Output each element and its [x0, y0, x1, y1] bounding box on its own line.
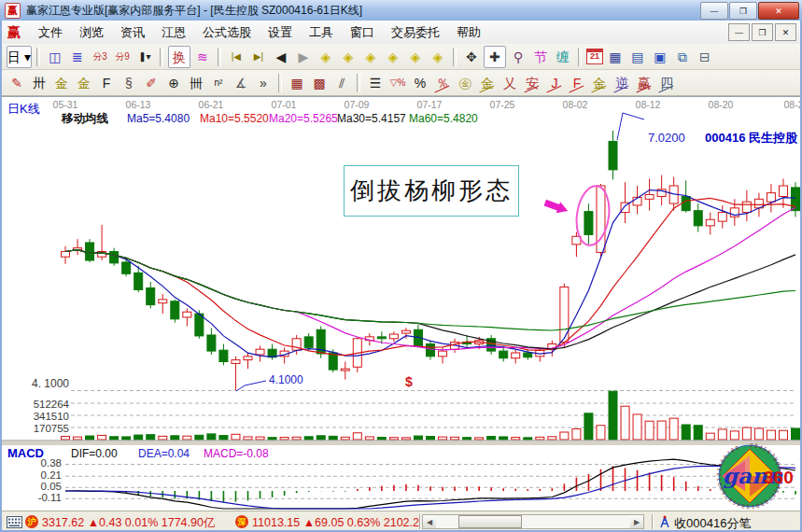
menu-item-3[interactable]: 资讯 [112, 22, 153, 42]
macd-dif-legend: DIF=0.00 [71, 447, 118, 460]
gann-brush2-icon[interactable]: 乂 [499, 73, 520, 93]
market-map-icon[interactable]: ◫ [45, 47, 65, 67]
menu-item-4[interactable]: 江恩 [153, 22, 194, 42]
gann-diamond-6-icon[interactable]: ◈ [428, 47, 448, 67]
period-day-selector[interactable]: 日 ▾ [7, 46, 32, 68]
package-icon[interactable]: ⧉ [672, 47, 693, 67]
gold-grid1-icon[interactable]: 金 [51, 73, 72, 93]
maximize-button[interactable]: ❐ [729, 2, 757, 20]
save-icon[interactable]: ▣ [650, 47, 670, 67]
percent-zone-icon[interactable]: ▽% [387, 73, 408, 93]
gann-ruler-icon[interactable]: 卅 [29, 73, 49, 93]
menu-item-1[interactable]: 文件 [30, 22, 71, 42]
kline-chart-canvas[interactable]: 05-3106-1306-2107-0107-0907-1707-2508-02… [2, 96, 800, 511]
more-tools-chevron[interactable]: » [253, 73, 274, 93]
printer-icon[interactable]: ⊟ [695, 47, 715, 67]
pan-hand-icon[interactable]: ✥ [461, 47, 482, 67]
menu-item-9[interactable]: 交易委托 [383, 22, 448, 42]
gann-diamond-1-icon[interactable]: ◈ [316, 47, 336, 67]
toolbar-separator [218, 48, 221, 66]
magnify-icon[interactable]: ⚲ [508, 47, 528, 67]
price-scale-icon[interactable]: ☰ [365, 73, 386, 93]
shanghai-index-icon: 沪 [25, 515, 38, 528]
scrollbar-right-arrow[interactable]: ▶ [630, 515, 643, 528]
grid-lines-icon[interactable]: 卌 [186, 73, 206, 93]
last-page-icon[interactable]: ▶| [248, 47, 269, 67]
f-angle-icon[interactable]: F [567, 73, 587, 93]
jin-angle-icon[interactable]: 金 [589, 73, 610, 93]
app-icon: 赢 [5, 3, 21, 19]
menu-item-2[interactable]: 浏览 [71, 22, 112, 42]
svg-text:360: 360 [764, 468, 794, 487]
scrollbar-thumb[interactable] [458, 515, 522, 528]
brush-grid-icon[interactable]: ✐ [141, 73, 162, 93]
scrollbar-left-arrow[interactable]: ◀ [423, 515, 436, 528]
gann-diamond-3-icon[interactable]: ◈ [360, 47, 381, 67]
chart-9-icon[interactable]: 分9 [112, 47, 133, 67]
mark-icon[interactable]: 节 [530, 47, 551, 67]
close-button[interactable]: ✕ [758, 2, 799, 20]
quote-list-icon[interactable]: ≣ [67, 47, 88, 67]
ma60-legend: Ma60=5.4820 [409, 112, 478, 125]
calculator-icon[interactable]: ▦ [605, 47, 626, 67]
macd-axis-label: 0.38 [24, 457, 62, 469]
drawing-toolbar: ✎卅金金F§✐⊕卌n²∡»▦▩⫽☰▽%%％㊎金乂安JF金逆赢四 [0, 70, 802, 96]
gold-line-icon[interactable]: 金 [477, 73, 498, 93]
gann-diamond-5-icon[interactable]: ◈ [405, 47, 426, 67]
prev-icon[interactable]: ◀ [271, 47, 291, 67]
main-toolbar: 日 ▾◫≣分3分9❚▾换≋|◀▶|◀▶◈◈◈◈◈◈✥✚⚲节缠21▦▤▣⧉⊟ [0, 44, 802, 70]
gold-circle-icon[interactable]: ㊎ [455, 73, 475, 93]
mdi-minimize-button[interactable]: — [728, 23, 750, 41]
menu-item-7[interactable]: 工具 [301, 22, 342, 42]
volume-axis-label: 341510 [26, 411, 69, 422]
memo-icon[interactable]: ▤ [627, 47, 648, 67]
brand-icon: 赢 [7, 24, 21, 41]
n2-icon[interactable]: n² [208, 73, 229, 93]
gann-diamond-4-icon[interactable]: ◈ [383, 47, 403, 67]
candle-style-icon[interactable]: ❚▾ [134, 47, 155, 67]
gold-grid2-icon[interactable]: 金 [74, 73, 94, 93]
angle-ruler-icon[interactable]: ∡ [231, 73, 251, 93]
title-bar[interactable]: 赢 赢家江恩专业版[赢家内部服务平台] - [民生控股 SZ000416-61日… [0, 0, 802, 21]
first-page-icon[interactable]: |◀ [226, 47, 246, 67]
mdi-close-button[interactable]: ✕ [775, 23, 796, 41]
menu-item-10[interactable]: 帮助 [448, 22, 489, 42]
low-callout-line [236, 381, 266, 391]
chan-line-icon[interactable]: 缠 [553, 47, 573, 67]
wave-icon[interactable]: 安 [522, 73, 542, 93]
percent-icon[interactable]: % [410, 73, 430, 93]
percent-line-icon[interactable]: ％ [432, 73, 453, 93]
menu-item-6[interactable]: 设置 [260, 22, 301, 42]
j-angle-icon[interactable]: J [544, 73, 565, 93]
draw-brush-icon[interactable]: ✎ [7, 73, 27, 93]
slant-lines-icon[interactable]: ⫽ [331, 73, 352, 93]
red-net-icon[interactable]: ▩ [309, 73, 330, 93]
crosshair-icon[interactable]: ✚ [484, 46, 506, 68]
cycle-circle-icon[interactable]: ⊕ [163, 73, 184, 93]
minimize-button[interactable]: — [700, 2, 728, 20]
pattern-annotation-box[interactable]: 倒拔杨柳形态 [344, 165, 519, 217]
x-axis-tick: 07-01 [272, 99, 297, 110]
broadcast-tower-icon[interactable] [659, 515, 670, 529]
x-axis-tick: 08-12 [636, 99, 661, 110]
ma5-legend: Ma5=5.4080 [127, 112, 190, 125]
color-trend-icon[interactable]: ≋ [192, 47, 213, 67]
menu-item-8[interactable]: 窗口 [342, 22, 383, 42]
spiral-icon[interactable]: § [119, 73, 139, 93]
ni-angle-icon[interactable]: 逆 [612, 73, 632, 93]
mdi-restore-button[interactable]: ❐ [752, 23, 773, 41]
calendar-icon[interactable]: 21 [586, 49, 603, 64]
horizontal-scrollbar[interactable]: ◀ ▶ [422, 514, 644, 529]
chart-3-icon[interactable]: 分3 [90, 47, 110, 67]
ying-angle-icon[interactable]: 赢 [634, 73, 654, 93]
red-grid-icon[interactable]: ▦ [287, 73, 307, 93]
si-angle-icon[interactable]: 四 [656, 73, 677, 93]
fibo-grid-icon[interactable]: F [96, 73, 117, 93]
next-icon[interactable]: ▶ [293, 47, 314, 67]
shenzhen-index-text: 11013.15 ▲69.05 0.63% 2102.21亿 [252, 515, 420, 531]
pattern-match-icon[interactable]: 换 [168, 46, 190, 68]
menu-item-5[interactable]: 公式选股 [194, 22, 260, 42]
keyboard-icon[interactable] [7, 516, 22, 528]
macd-histogram-layer [65, 466, 795, 502]
gann-diamond-2-icon[interactable]: ◈ [338, 47, 359, 67]
